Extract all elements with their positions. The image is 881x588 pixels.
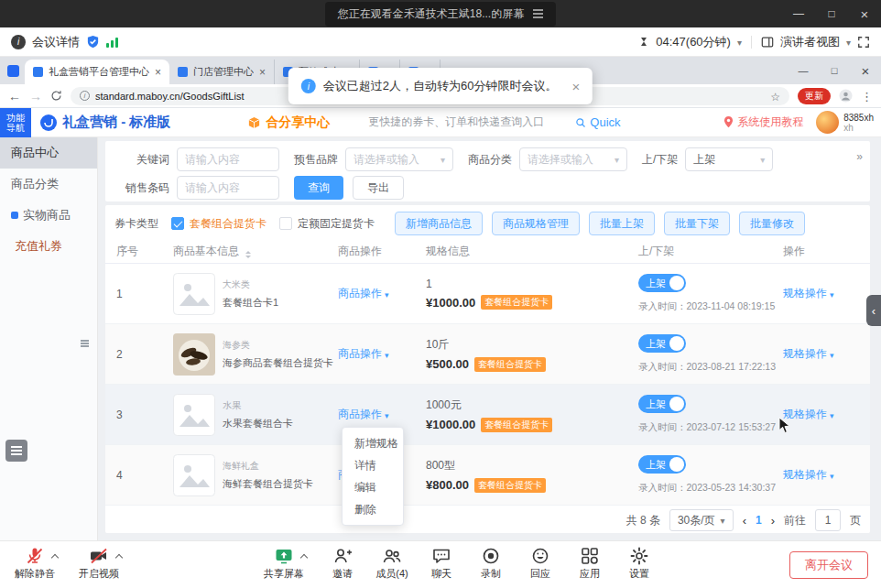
right-drawer-handle[interactable] (866, 295, 881, 326)
checkbox-combo-card-label[interactable]: 套餐组合提货卡 (190, 216, 266, 232)
forward-icon[interactable] (29, 90, 42, 103)
minimize-icon[interactable] (782, 0, 815, 27)
menu-item-details[interactable]: 详情 (343, 454, 403, 476)
tab-gift-admin[interactable]: 礼盒营销平台管理中心 (25, 60, 169, 84)
shelf-select[interactable]: 上架 (685, 147, 773, 171)
close-icon[interactable] (571, 79, 580, 94)
next-page-icon[interactable] (771, 514, 775, 528)
maximize-icon[interactable] (815, 0, 848, 27)
category-select[interactable]: 请选择或输入 (519, 147, 627, 171)
info-icon[interactable] (11, 35, 26, 49)
minimize-icon[interactable] (788, 57, 819, 84)
goods-op-dropdown[interactable]: 商品操作 (338, 346, 426, 362)
col-goods-info[interactable]: 商品基本信息 (164, 244, 338, 259)
profile-avatar-icon[interactable] (839, 89, 853, 103)
invite-button[interactable]: 邀请 (317, 546, 368, 581)
chevron-up-icon[interactable] (115, 554, 123, 561)
meeting-panel-toggle[interactable] (5, 440, 27, 462)
current-page[interactable]: 1 (756, 514, 762, 527)
close-icon[interactable] (848, 0, 881, 27)
filter-collapse-icon[interactable] (856, 150, 863, 163)
chevron-down-icon[interactable] (737, 35, 742, 49)
menu-item-delete[interactable]: 删除 (343, 498, 403, 520)
sidebar-collapse-icon[interactable] (81, 332, 89, 348)
browser-menu-icon[interactable] (861, 88, 873, 104)
maximize-icon[interactable] (819, 57, 850, 84)
sort-icon[interactable] (245, 251, 251, 258)
search-button[interactable]: 查询 (294, 176, 343, 200)
bookmark-star-icon[interactable] (770, 88, 780, 104)
page-size-value: 30条/页 (678, 513, 715, 528)
spec-op-dropdown[interactable]: 规格操作 (783, 407, 870, 422)
sidebar-item-category[interactable]: 商品分类 (0, 169, 97, 200)
security-shield-icon[interactable] (86, 35, 100, 49)
spec-manage-button[interactable]: 商品规格管理 (492, 212, 580, 235)
spec-cell: 1 ¥1000.00 套餐组合提货卡 (426, 278, 638, 310)
shelf-toggle[interactable]: 上架 (638, 455, 686, 474)
refresh-icon[interactable] (50, 90, 62, 102)
menu-item-edit[interactable]: 编辑 (343, 476, 403, 498)
shelf-select-value: 上架 (693, 152, 715, 168)
meeting-timer[interactable]: 04:47(60分钟) (656, 34, 731, 50)
tab-store-admin[interactable]: 门店管理中心 (169, 60, 275, 84)
goods-op-dropdown[interactable]: 商品操作 (338, 286, 426, 301)
fullscreen-icon[interactable] (857, 36, 870, 49)
sidebar-item-recharge-coupon[interactable]: 充值礼券 (0, 231, 97, 262)
unmute-button[interactable]: 解除静音 (9, 546, 60, 581)
quick-label: Quick (590, 115, 620, 129)
shelf-toggle[interactable]: 上架 (638, 274, 686, 292)
batch-onshelf-button[interactable]: 批量上架 (589, 212, 655, 235)
browser-logo-icon[interactable] (7, 65, 19, 77)
batch-offshelf-button[interactable]: 批量下架 (664, 212, 730, 235)
spec-op-dropdown[interactable]: 规格操作 (783, 346, 870, 362)
goto-page-input[interactable] (815, 509, 841, 531)
keyword-input[interactable] (177, 147, 279, 171)
site-info-icon[interactable] (80, 91, 90, 101)
checkbox-fixed-card[interactable] (279, 217, 292, 230)
sidebar-item-physical-goods[interactable]: 实物商品 (0, 200, 97, 231)
tab-close-icon[interactable] (259, 66, 266, 79)
batch-edit-button[interactable]: 批量修改 (739, 212, 805, 235)
chevron-up-icon[interactable] (300, 554, 308, 561)
chevron-down-icon[interactable] (846, 35, 851, 49)
hamburger-icon[interactable] (533, 13, 543, 15)
settings-button[interactable]: 设置 (614, 546, 665, 581)
tutorial-link[interactable]: 系统使用教程 (723, 114, 803, 130)
prev-page-icon[interactable] (743, 514, 746, 528)
members-button[interactable]: 成员(4) (366, 546, 418, 581)
reactions-button[interactable]: 回应 (515, 546, 566, 581)
share-screen-button[interactable]: 共享屏幕 (258, 546, 310, 581)
table-row: 4 海鲜礼盒 海鲜套餐组合提货卡 商品操作 (105, 445, 870, 506)
function-nav-badge[interactable]: 功能 导航 (0, 108, 31, 137)
tab-close-icon[interactable] (155, 66, 161, 79)
meeting-details-label[interactable]: 会议详情 (32, 34, 80, 50)
browser-update-button[interactable]: 更新 (798, 88, 831, 104)
view-mode-label[interactable]: 演讲者视图 (780, 34, 840, 50)
shelf-toggle[interactable]: 上架 (638, 334, 686, 353)
start-video-button[interactable]: 开启视频 (73, 546, 125, 581)
share-center-link[interactable]: 合分享中心 (247, 114, 330, 131)
leave-meeting-button[interactable]: 离开会议 (789, 551, 868, 579)
shelf-toggle[interactable]: 上架 (638, 395, 686, 413)
goods-cell: 水果 水果套餐组合卡 (164, 394, 338, 436)
page-size-select[interactable]: 30条/页 (669, 509, 734, 531)
export-button[interactable]: 导出 (353, 176, 404, 200)
chevron-up-icon[interactable] (51, 554, 59, 561)
user-avatar[interactable] (816, 111, 839, 134)
quick-search-link[interactable]: Quick (575, 115, 620, 129)
spec-op-dropdown[interactable]: 规格操作 (783, 467, 870, 483)
checkbox-combo-card[interactable] (171, 217, 184, 230)
back-icon[interactable] (8, 90, 21, 103)
sidebar-section-goods-center[interactable]: 商品中心 (0, 137, 97, 169)
apps-button[interactable]: 应用 (564, 546, 615, 581)
goods-op-dropdown[interactable]: 商品操作 (338, 407, 426, 422)
menu-item-add-spec[interactable]: 新增规格 (343, 432, 403, 454)
barcode-input[interactable] (177, 176, 279, 200)
add-goods-button[interactable]: 新增商品信息 (395, 212, 483, 235)
spec-op-dropdown[interactable]: 规格操作 (783, 286, 870, 301)
record-button[interactable]: 录制 (465, 546, 517, 581)
brand-select[interactable]: 请选择或输入 (345, 147, 453, 171)
chat-button[interactable]: 聊天 (416, 546, 467, 581)
close-icon[interactable] (850, 57, 881, 84)
checkbox-fixed-card-label[interactable]: 定额固定提货卡 (298, 216, 375, 232)
